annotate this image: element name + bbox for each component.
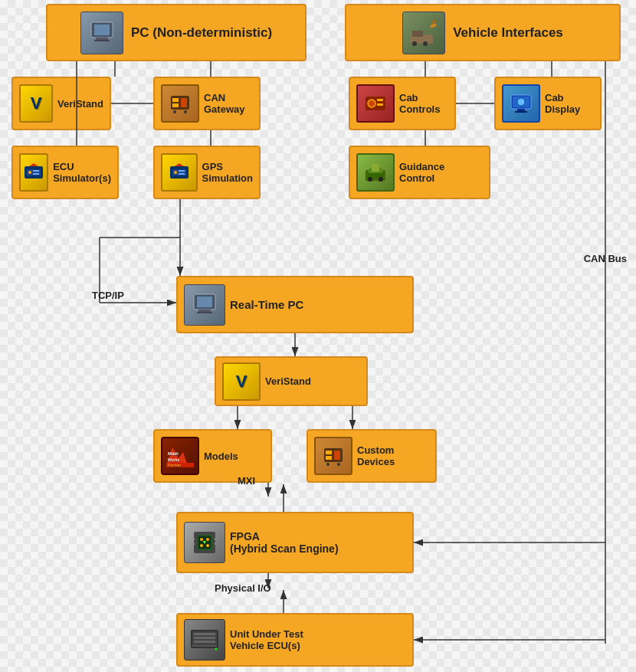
cab-display-label: Cab Display: [545, 92, 580, 115]
pc-header-title: PC (Non-deterministic): [131, 25, 272, 41]
svg-rect-5: [412, 31, 423, 37]
svg-point-40: [368, 177, 372, 182]
svg-rect-3: [94, 40, 110, 41]
can-gateway-icon: [161, 84, 199, 123]
fpga-box: FPGA (Hybrid Scan Engine): [176, 512, 414, 573]
svg-rect-2: [96, 38, 108, 40]
svg-point-19: [28, 171, 31, 174]
cab-display-box: Cab Display: [494, 77, 602, 130]
svg-rect-54: [326, 456, 332, 460]
svg-rect-26: [179, 170, 185, 172]
svg-rect-13: [181, 98, 187, 107]
svg-point-34: [517, 98, 525, 106]
cab-controls-icon: [356, 84, 395, 123]
svg-rect-74: [194, 641, 215, 643]
ecu-simulator-label: ECU Simulator(s): [53, 161, 111, 184]
svg-point-64: [206, 544, 209, 547]
gps-simulation-icon: [161, 153, 198, 192]
uut-label: Unit Under Test Vehicle ECU(s): [230, 628, 303, 651]
svg-point-76: [215, 648, 218, 651]
can-bus-label: CAN Bus: [584, 253, 627, 264]
veristand-top-box: V VeriStand: [11, 77, 111, 130]
can-gateway-box: CAN Gateway: [153, 77, 261, 130]
svg-rect-35: [517, 109, 525, 111]
svg-rect-55: [334, 451, 340, 460]
gps-simulation-box: GPS Simulation: [153, 146, 261, 199]
pc-icon: [80, 11, 123, 54]
svg-rect-11: [172, 98, 179, 102]
svg-rect-69: [215, 543, 216, 545]
rtpc-icon: [184, 284, 225, 326]
guidance-control-icon: [356, 153, 395, 192]
svg-rect-46: [197, 312, 212, 313]
mathworks-icon: Math Works Partner: [161, 437, 199, 475]
ecu-simulator-box: ECU Simulator(s): [11, 146, 119, 199]
svg-rect-53: [326, 451, 332, 454]
physical-io-label: Physical I/O: [215, 582, 271, 594]
svg-rect-68: [215, 538, 216, 540]
svg-rect-73: [194, 637, 215, 639]
custom-devices-box: Custom Devices: [307, 429, 437, 483]
svg-rect-8: [430, 23, 437, 28]
vi-header-title: Vehicle Interfaces: [453, 25, 563, 41]
svg-text:Partner: Partner: [168, 463, 182, 467]
svg-point-62: [206, 538, 209, 541]
svg-point-14: [173, 110, 176, 113]
cab-controls-box: Cab Controls: [349, 77, 456, 130]
mxi-label: MXI: [238, 475, 255, 487]
svg-rect-44: [197, 297, 212, 307]
veristand-top-label: VeriStand: [57, 98, 103, 110]
real-time-pc-box: Real-Time PC: [176, 276, 414, 333]
veristand-rt-label: VeriStand: [265, 375, 311, 387]
pc-header-box: PC (Non-deterministic): [46, 4, 307, 61]
svg-rect-12: [172, 103, 179, 107]
real-time-pc-label: Real-Time PC: [230, 298, 303, 311]
svg-rect-67: [193, 543, 195, 545]
guidance-control-label: Guidance Control: [399, 161, 444, 184]
svg-rect-45: [198, 310, 211, 312]
fpga-label: FPGA (Hybrid Scan Engine): [230, 530, 339, 555]
svg-point-57: [337, 463, 340, 466]
svg-marker-23: [175, 163, 184, 166]
svg-text:Math: Math: [168, 451, 179, 456]
svg-point-6: [412, 41, 417, 46]
can-gateway-label: CAN Gateway: [204, 92, 244, 115]
svg-point-63: [200, 544, 203, 547]
svg-rect-1: [94, 25, 110, 35]
svg-rect-31: [377, 103, 383, 106]
svg-point-15: [184, 110, 187, 113]
svg-rect-27: [179, 173, 185, 175]
svg-point-61: [200, 538, 203, 541]
svg-rect-9: [431, 19, 437, 24]
vi-header-box: Vehicle Interfaces: [345, 4, 621, 61]
veristand-rt-box: V VeriStand: [215, 356, 368, 406]
custom-devices-icon: [314, 437, 352, 475]
svg-rect-36: [515, 111, 527, 113]
guidance-control-box: Guidance Control: [349, 146, 490, 199]
svg-rect-72: [194, 633, 215, 635]
svg-rect-21: [33, 173, 39, 175]
svg-rect-30: [377, 99, 383, 101]
models-label: Models: [204, 451, 238, 462]
fpga-icon: [184, 522, 225, 563]
veristand-top-icon: V: [19, 84, 53, 123]
svg-rect-66: [193, 538, 195, 540]
svg-text:Works: Works: [168, 457, 179, 462]
svg-point-41: [379, 177, 383, 182]
excavator-icon: [402, 11, 445, 54]
uut-icon: [184, 619, 225, 661]
svg-marker-17: [29, 163, 38, 166]
gps-simulation-label: GPS Simulation: [202, 161, 253, 184]
cab-display-icon: [502, 84, 540, 123]
tcp-ip-label: TCP/IP: [92, 290, 124, 301]
svg-point-56: [326, 463, 329, 466]
ecu-simulator-icon: [19, 153, 48, 192]
svg-point-7: [423, 41, 428, 46]
svg-rect-42: [372, 164, 379, 172]
veristand-rt-icon: V: [222, 362, 261, 401]
svg-point-25: [174, 171, 177, 174]
svg-rect-75: [192, 645, 217, 647]
svg-point-29: [368, 100, 375, 107]
cab-controls-label: Cab Controls: [399, 92, 440, 115]
svg-rect-20: [33, 170, 39, 172]
